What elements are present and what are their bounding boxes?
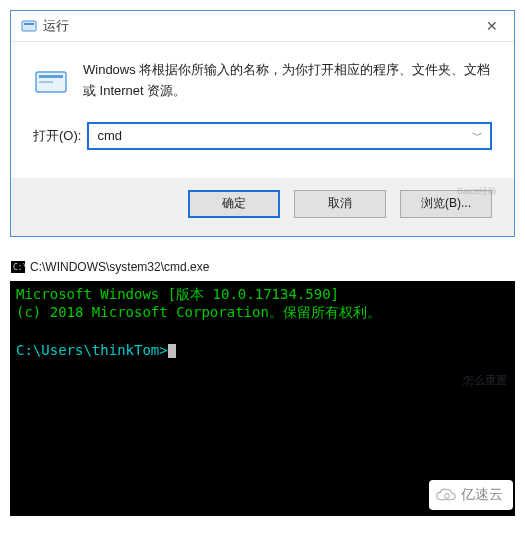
cmd-title: C:\WINDOWS\system32\cmd.exe [30, 260, 209, 274]
terminal-watermark: 怎么重置 [463, 373, 507, 388]
dialog-description: Windows 将根据你所输入的名称，为你打开相应的程序、文件夹、文档或 Int… [83, 60, 492, 102]
description-row: Windows 将根据你所输入的名称，为你打开相应的程序、文件夹、文档或 Int… [33, 60, 492, 102]
cancel-button[interactable]: 取消 [294, 190, 386, 218]
svg-point-7 [445, 493, 450, 498]
site-badge: 亿速云 [429, 480, 513, 510]
run-title-icon [21, 18, 37, 34]
open-label: 打开(O): [33, 127, 81, 145]
terminal-prompt: C:\Users\thinkTom> [16, 342, 168, 358]
run-icon [33, 64, 69, 100]
open-combobox[interactable]: ﹀ [87, 122, 492, 150]
browse-button[interactable]: 浏览(B)... Baics经验 [400, 190, 492, 218]
terminal-blank [16, 322, 509, 341]
terminal-line-2: (c) 2018 Microsoft Corporation。保留所有权利。 [16, 303, 509, 322]
cloud-icon [435, 487, 457, 503]
svg-rect-3 [39, 75, 63, 78]
dialog-title: 运行 [43, 17, 69, 35]
svg-rect-1 [24, 23, 34, 25]
terminal-prompt-line: C:\Users\thinkTom> [16, 341, 509, 360]
terminal-line-1: Microsoft Windows [版本 10.0.17134.590] [16, 285, 509, 304]
titlebar-left: 运行 [21, 17, 69, 35]
cmd-icon: C:\ [10, 259, 26, 275]
svg-rect-0 [22, 21, 36, 31]
cmd-titlebar: C:\ C:\WINDOWS\system32\cmd.exe [10, 255, 515, 281]
terminal-cursor [168, 344, 176, 358]
ok-button[interactable]: 确定 [188, 190, 280, 218]
dialog-buttons: 确定 取消 浏览(B)... Baics经验 [11, 178, 514, 236]
run-dialog: 运行 ✕ Windows 将根据你所输入的名称，为你打开相应的程序、文件夹、文档… [10, 10, 515, 237]
svg-text:C:\: C:\ [13, 263, 26, 272]
titlebar: 运行 ✕ [11, 11, 514, 42]
cmd-window: C:\ C:\WINDOWS\system32\cmd.exe Microsof… [10, 255, 515, 516]
dialog-body: Windows 将根据你所输入的名称，为你打开相应的程序、文件夹、文档或 Int… [11, 42, 514, 166]
chevron-down-icon[interactable]: ﹀ [468, 128, 486, 143]
open-input[interactable] [97, 128, 468, 143]
close-button[interactable]: ✕ [478, 18, 506, 34]
site-badge-text: 亿速云 [461, 486, 503, 504]
svg-rect-4 [39, 81, 53, 83]
open-input-row: 打开(O): ﹀ [33, 122, 492, 150]
